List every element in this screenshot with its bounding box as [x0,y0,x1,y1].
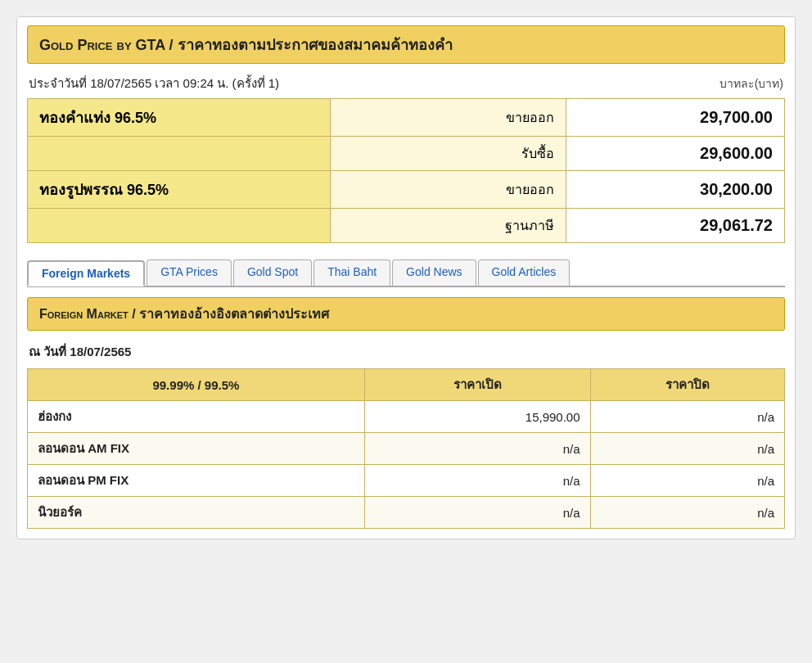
market-open-hongkong: 15,990.00 [364,401,590,433]
table-row: นิวยอร์ค n/a n/a [28,497,785,529]
foreign-market-date: ณ วันที่ 18/07/2565 [27,339,785,368]
price-table: ทองคำแท่ง 96.5% ขายออก 29,700.00 รับซื้อ… [27,98,785,243]
market-name-newyork: นิวยอร์ค [28,497,365,529]
tab-thai-baht[interactable]: Thai Baht [314,259,390,286]
col-close: ราคาปิด [590,369,784,401]
tab-gold-news[interactable]: Gold News [392,259,476,286]
tabs-section: Foreign Markets GTA Prices Gold Spot Tha… [17,251,795,287]
gold-bar-name: ทองคำแท่ง 96.5% [28,99,331,137]
market-name-hongkong: ฮ่องกง [28,401,365,433]
tab-foreign-markets[interactable]: Foreign Markets [27,260,145,286]
market-open-london-am: n/a [364,433,590,465]
table-row: รับซื้อ 29,600.00 [28,137,785,171]
unit-label: บาทละ(บาท) [720,74,783,92]
foreign-section: Foreign Market / ราคาทองอ้างอิงตลาดต่างป… [17,287,795,539]
table-row: ฮ่องกง 15,990.00 n/a [28,401,785,433]
tab-gold-spot[interactable]: Gold Spot [233,259,312,286]
foreign-market-table: 99.99% / 99.5% ราคาเปิด ราคาปิด ฮ่องกง 1… [27,368,785,529]
table-row: ฐานภาษี 29,061.72 [28,209,785,243]
date-label: ประจำวันที่ 18/07/2565 เวลา 09:24 น. (คร… [29,74,279,93]
gold-bar-value-2: 29,600.00 [566,137,784,171]
gold-bar-action-1: ขายออก [331,99,566,137]
gold-ornament-action-2: ฐานภาษี [331,209,566,243]
gold-bar-empty [28,137,331,171]
tabs-row: Foreign Markets GTA Prices Gold Spot Tha… [27,259,785,287]
market-close-hongkong: n/a [590,401,784,433]
main-container: Gold Price by GTA / ราคาทองตามประกาศของส… [16,16,796,539]
table-row: ทองคำแท่ง 96.5% ขายออก 29,700.00 [28,99,785,137]
market-open-newyork: n/a [364,497,590,529]
market-open-london-pm: n/a [364,465,590,497]
date-row: ประจำวันที่ 18/07/2565 เวลา 09:24 น. (คร… [27,70,785,98]
tab-gold-articles[interactable]: Gold Articles [478,259,571,286]
gold-ornament-value-1: 30,200.00 [566,171,784,209]
col-open: ราคาเปิด [364,369,590,401]
market-close-london-am: n/a [590,433,784,465]
gold-bar-value-1: 29,700.00 [566,99,784,137]
table-row: ลอนดอน AM FIX n/a n/a [28,433,785,465]
foreign-market-title: Foreign Market / ราคาทองอ้างอิงตลาดต่างป… [27,297,785,331]
market-close-newyork: n/a [590,497,784,529]
table-header-row: 99.99% / 99.5% ราคาเปิด ราคาปิด [28,369,785,401]
tab-gta-prices[interactable]: GTA Prices [147,259,232,286]
gold-ornament-name: ทองรูปพรรณ 96.5% [28,171,331,209]
gold-ornament-value-2: 29,061.72 [566,209,784,243]
market-name-london-pm: ลอนดอน PM FIX [28,465,365,497]
table-row: ลอนดอน PM FIX n/a n/a [28,465,785,497]
market-name-london-am: ลอนดอน AM FIX [28,433,365,465]
col-purity: 99.99% / 99.5% [28,369,365,401]
market-close-london-pm: n/a [590,465,784,497]
main-title: Gold Price by GTA / ราคาทองตามประกาศของส… [27,25,785,64]
table-row: ทองรูปพรรณ 96.5% ขายออก 30,200.00 [28,171,785,209]
top-section: Gold Price by GTA / ราคาทองตามประกาศของส… [17,17,795,243]
gold-ornament-empty [28,209,331,243]
gold-ornament-action-1: ขายออก [331,171,566,209]
gold-bar-action-2: รับซื้อ [331,137,566,171]
